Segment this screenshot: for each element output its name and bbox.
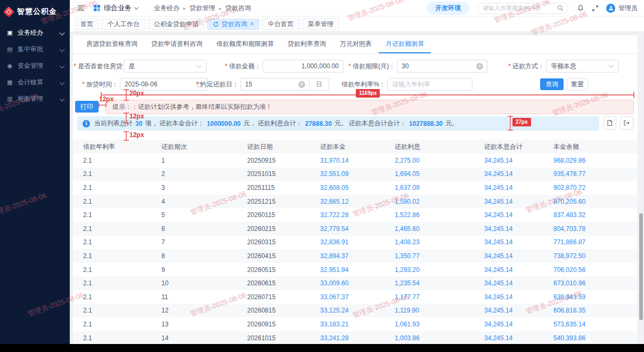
column-header: 本金余额 [553, 142, 638, 151]
search-icon[interactable] [557, 5, 564, 11]
principal-total: 1000000.00 [207, 120, 240, 127]
sidebar-item-approval[interactable]: ▤ 集中审批 [0, 41, 70, 58]
table-cell: 33,183.21 [320, 321, 395, 328]
close-icon[interactable]: × [250, 21, 254, 27]
table-cell: 2.1 [83, 266, 161, 274]
table-cell: 32,665.12 [320, 198, 395, 205]
scrollbar-thumb[interactable] [639, 213, 643, 320]
table-row: 2.1122026081533,125.241,119.9034,245.146… [73, 304, 638, 318]
notification-bell-icon[interactable] [577, 4, 584, 12]
clear-icon[interactable] [476, 63, 483, 70]
loan-term-field [397, 60, 487, 73]
table-cell: 2.1 [83, 334, 161, 342]
subtab-rate-query[interactable]: 贷款利率查询 [281, 35, 333, 53]
clear-icon[interactable] [298, 81, 305, 88]
table-cell: 7 [161, 238, 247, 246]
loan-date-input[interactable] [120, 78, 197, 90]
print-button[interactable]: 打印 [75, 101, 99, 113]
business-icon: ▣ [6, 29, 14, 36]
refresh-icon[interactable] [213, 21, 219, 27]
tab-workbench[interactable]: 个人工作台 [102, 19, 145, 30]
chevron-down-icon [60, 80, 65, 85]
tab-loan-apply[interactable]: 公积金贷款申请 [148, 19, 205, 30]
info-icon [83, 120, 90, 127]
grand-total: 1027888.30 [409, 120, 443, 127]
table-cell: 6 [161, 225, 247, 233]
export-out-button[interactable] [620, 116, 633, 130]
sidebar-item-label: 业务经办 [18, 28, 60, 37]
menu-collapse-icon[interactable] [77, 5, 85, 11]
table-cell: 34,245.14 [484, 184, 553, 191]
repay-method-select[interactable]: 等额本息 [546, 60, 619, 73]
logo-icon [3, 6, 14, 17]
fullscreen-icon[interactable] [592, 5, 599, 12]
subtab-monthly-repay[interactable]: 月还款额测算 [379, 35, 431, 53]
table-cell: 4 [161, 198, 247, 205]
username-label[interactable]: 管理员 [618, 4, 638, 13]
subtab-10k-table[interactable]: 万元对照表 [333, 35, 379, 53]
grid-icon [93, 4, 101, 12]
tab-menu-mgmt[interactable]: 菜单管理 [302, 19, 339, 30]
table-row: 2.1112026071533,067.371,177.7734,245.146… [73, 290, 638, 304]
sidebar-item-accounting[interactable]: ▦ 会计核算 [0, 74, 70, 91]
table-cell: 34,245.14 [484, 198, 553, 205]
first-home-select[interactable]: 是 [124, 60, 207, 73]
subtab-quota-term[interactable]: 借款额度和期限测算 [209, 35, 281, 53]
subtab-apply-info[interactable]: 贷款申请资料咨询 [144, 35, 209, 53]
table-cell: 8 [161, 252, 247, 260]
breadcrumb: 业务经办 贷款管理 贷款咨询 [154, 4, 251, 13]
table-cell: 968,029.86 [553, 157, 638, 164]
tab-home[interactable]: 首页 [75, 19, 99, 30]
chevron-down-icon [609, 63, 614, 68]
warning-banner: 提示： ：还款计划仅供参考，最终结果以实际扣款为准！ [105, 100, 634, 114]
table-cell: 540,393.86 [553, 334, 638, 342]
search-input[interactable] [482, 4, 557, 12]
table-cell: 34,245.14 [484, 157, 553, 164]
loan-amount-input[interactable] [263, 60, 343, 72]
table-cell: 20260315 [247, 238, 320, 246]
sidebar-item-counter[interactable]: ▥ 柜面管理 [0, 91, 70, 107]
user-avatar[interactable] [606, 4, 615, 13]
table-row: 2.122025101532,551.091,694.0534,245.1493… [73, 167, 638, 181]
interest-total: 27888.30 [305, 120, 332, 127]
table-row: 2.1142026101533,241.281,003.8634,245.145… [73, 331, 638, 344]
loan-term-input[interactable] [397, 60, 476, 72]
global-search[interactable] [477, 3, 568, 14]
table-cell: 12 [161, 307, 247, 314]
measure-label-12c: 12px [129, 131, 144, 139]
accounting-icon: ▦ [6, 79, 14, 86]
table-cell: 14 [161, 334, 247, 342]
table-cell: 20260715 [247, 293, 320, 301]
query-button[interactable]: 查询 [540, 78, 564, 90]
sidebar-item-label: 资金管理 [18, 61, 60, 70]
warning-title: 提示： [112, 102, 132, 111]
app-switcher[interactable]: 综合业务 [93, 3, 138, 13]
reset-button[interactable]: 重置 [567, 78, 588, 90]
breadcrumb-item[interactable]: 贷款咨询 [225, 4, 251, 13]
table-cell: 20251115 [247, 184, 320, 191]
breadcrumb-item[interactable]: 贷款管理 [190, 4, 215, 13]
chevron-down-icon [60, 63, 65, 69]
loan-date-label: 放贷时间： [73, 78, 118, 91]
breadcrumb-item[interactable]: 业务经办 [154, 4, 180, 13]
column-header: 还款本金 [320, 142, 395, 151]
table-cell: 34,245.14 [484, 252, 553, 260]
export-file-button[interactable] [603, 116, 616, 130]
sidebar-item-funds[interactable]: ◉ 资金管理 [0, 58, 70, 74]
table-cell: 1,235.54 [395, 279, 484, 287]
table-cell: 9 [161, 266, 247, 274]
table-row: 2.1132026091533,183.211,061.9334,245.145… [73, 317, 638, 331]
table-cell: 935,478.77 [553, 170, 638, 178]
tab-mid-platform[interactable]: 中台首页 [262, 19, 299, 30]
sidebar-item-business[interactable]: ▣ 业务经办 [0, 25, 70, 41]
tab-loan-consult[interactable]: 贷款咨询 × [207, 19, 259, 30]
funds-icon: ◉ [6, 62, 14, 69]
table-cell: 34,245.14 [484, 307, 553, 314]
column-header: 还款日期 [247, 142, 320, 151]
first-home-label: 是否首套住房贷 [73, 60, 123, 73]
repay-day-input[interactable] [241, 78, 298, 90]
annual-rate-input[interactable] [388, 78, 472, 90]
table-row: 2.172026031532,836.911,408.2334,245.1477… [73, 236, 638, 250]
table-cell: 2.1 [83, 170, 161, 178]
subtab-house-qualify[interactable]: 房源贷款资格查询 [79, 35, 144, 53]
